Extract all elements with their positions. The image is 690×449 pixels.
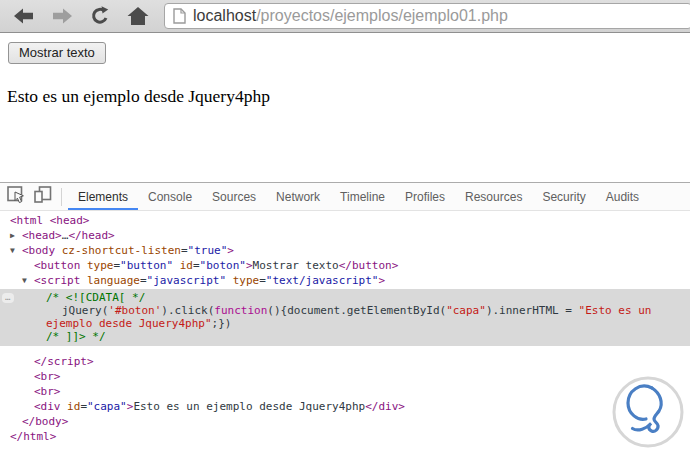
page-icon: [173, 8, 186, 24]
code-line[interactable]: <br>: [0, 369, 690, 384]
code-line[interactable]: <html <head>: [0, 213, 690, 228]
device-toolbar-icon: [34, 186, 52, 203]
code-line[interactable]: <button type="button" id="boton">Mostrar…: [0, 258, 690, 273]
mostrar-texto-button[interactable]: Mostrar texto: [8, 42, 106, 64]
code-line[interactable]: /* ]]> */: [0, 330, 690, 343]
devtools-toolbar: ElementsConsoleSourcesNetworkTimelinePro…: [0, 183, 690, 211]
reload-button[interactable]: [88, 5, 112, 27]
tab-audits[interactable]: Audits: [596, 183, 649, 210]
code-line[interactable]: </body>: [0, 414, 690, 429]
solvetic-bubble-icon: [611, 375, 685, 449]
code-line[interactable]: jQuery('#boton').click(function(){docume…: [0, 304, 690, 317]
page-result-text: Esto es un ejemplo desde Jquery4php: [7, 86, 690, 107]
url-text: localhost/proyectos/ejemplos/ejemplo01.p…: [193, 7, 508, 25]
tab-console[interactable]: Console: [138, 183, 202, 210]
code-line[interactable]: ▼<script language="javascript" type="tex…: [0, 273, 690, 288]
devtools-tabs: ElementsConsoleSourcesNetworkTimelinePro…: [68, 183, 649, 210]
chevron-down-icon[interactable]: ▼: [10, 243, 22, 258]
back-arrow-icon: [14, 8, 34, 24]
watermark-logo: [611, 375, 685, 449]
chevron-down-icon[interactable]: ▼: [22, 273, 34, 288]
device-toolbar-button[interactable]: [34, 186, 52, 207]
tab-profiles[interactable]: Profiles: [395, 183, 455, 210]
page-content: Mostrar texto Esto es un ejemplo desde J…: [0, 33, 690, 182]
tab-security[interactable]: Security: [532, 183, 595, 210]
code-fold-marker-icon[interactable]: …: [2, 293, 14, 303]
tab-network[interactable]: Network: [266, 183, 330, 210]
code-line[interactable]: ▼<body cz-shortcut-listen="true">: [0, 243, 690, 258]
reload-icon: [90, 6, 110, 26]
home-icon: [127, 6, 149, 26]
browser-toolbar: localhost/proyectos/ejemplos/ejemplo01.p…: [0, 0, 690, 33]
tab-sources[interactable]: Sources: [202, 183, 266, 210]
devtools-panel: ElementsConsoleSourcesNetworkTimelinePro…: [0, 182, 690, 444]
inspect-cursor-icon: [7, 186, 25, 204]
code-line[interactable]: </html>: [0, 429, 690, 444]
forward-button[interactable]: [50, 5, 74, 27]
forward-arrow-icon: [52, 8, 72, 24]
tab-resources[interactable]: Resources: [455, 183, 532, 210]
inspect-element-button[interactable]: [7, 186, 25, 208]
back-button[interactable]: [12, 5, 36, 27]
home-button[interactable]: [126, 5, 150, 27]
script-lines: /* <![CDATA[ */jQuery('#boton').click(fu…: [0, 291, 690, 343]
tab-elements[interactable]: Elements: [68, 183, 138, 210]
code-line[interactable]: <div id="capa">Esto es un ejemplo desde …: [0, 399, 690, 414]
devtools-toolbar-icons: [0, 183, 61, 210]
url-host: localhost: [193, 7, 256, 24]
code-line[interactable]: <br>: [0, 384, 690, 399]
code-line[interactable]: ejemplo desde Jquery4php";}): [0, 317, 690, 330]
script-fold-block: … /* <![CDATA[ */jQuery('#boton').click(…: [0, 289, 690, 346]
toolbar-divider: [61, 188, 62, 206]
code-line[interactable]: </script>: [0, 354, 690, 369]
code-top: <html <head>▶<head>…</head>▼<body cz-sho…: [0, 213, 690, 288]
chevron-right-icon[interactable]: ▶: [10, 228, 22, 243]
code-line[interactable]: ▶<head>…</head>: [0, 228, 690, 243]
address-bar[interactable]: localhost/proyectos/ejemplos/ejemplo01.p…: [164, 3, 690, 29]
code-line[interactable]: /* <![CDATA[ */: [0, 291, 690, 304]
url-path: /proyectos/ejemplos/ejemplo01.php: [256, 7, 508, 24]
tab-timeline[interactable]: Timeline: [330, 183, 395, 210]
code-bottom: </script><br><br><div id="capa">Esto es …: [0, 354, 690, 444]
elements-tree: <html <head>▶<head>…</head>▼<body cz-sho…: [0, 211, 690, 444]
